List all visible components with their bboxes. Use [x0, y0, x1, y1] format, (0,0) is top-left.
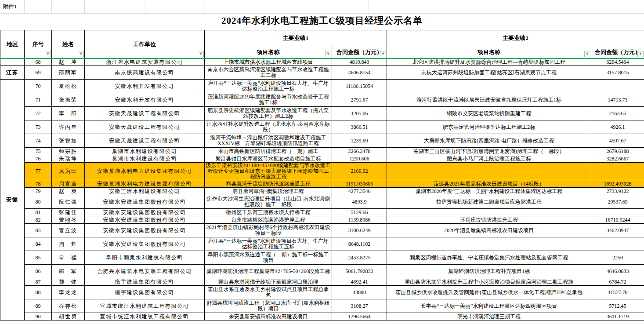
company-cell[interactable]: 南京振高建设有限公司: [85, 66, 205, 80]
project2-cell[interactable]: 明光市涧溪河治理三期工程: [387, 313, 591, 320]
name-cell[interactable]: 晋立波: [52, 224, 85, 237]
project1-cell[interactable]: 肥东县淠史杭灌区续建配套及节水改造工程（撮八泵站技改工程）施工2标: [205, 107, 332, 120]
name-cell[interactable]: 张建佳: [52, 209, 85, 216]
project1-cell[interactable]: 2021年泗县屏山镇彭鲍村等6个行政村高标准农田建设项目三标段: [205, 224, 332, 237]
filter-dropdown-icon[interactable]: ▼: [584, 51, 590, 57]
row-number-cell[interactable]: 78: [25, 180, 52, 188]
amount2-cell[interactable]: 2679.6188: [591, 148, 644, 155]
amount1-cell[interactable]: 1239.69: [332, 134, 387, 148]
amount2-cell[interactable]: [591, 209, 644, 216]
project2-cell[interactable]: 肥东县定光河治理提升达标工程施工2标: [387, 120, 591, 134]
project2-cell[interactable]: [387, 163, 591, 180]
header-no[interactable]: 序号 ▼: [25, 30, 52, 58]
name-cell[interactable]: 邵丽军: [52, 66, 85, 80]
row-number-cell[interactable]: 86: [25, 265, 52, 278]
row-number-cell[interactable]: 82: [25, 216, 52, 224]
amount2-cell[interactable]: [591, 80, 644, 93]
project1-cell[interactable]: 舒城县杭埠河疏浚工程（龙河口水库-七门堰水利枢纽段）项目: [205, 299, 332, 313]
filter-dropdown-icon[interactable]: ▼: [325, 51, 331, 57]
name-cell[interactable]: 周官道: [52, 180, 85, 188]
row-number-cell[interactable]: 71: [25, 93, 52, 107]
project2-cell[interactable]: 巢湖环湖防洪治理工程补充项目1标: [387, 265, 591, 278]
amount2-cell[interactable]: 1692.493028: [591, 180, 644, 188]
name-cell[interactable]: 夏松松: [52, 80, 85, 93]
project2-cell[interactable]: 芜湖市三山区横山河下游段(焦湾闸至龙窝湖)治理工程（一标段）: [387, 148, 591, 155]
amount1-cell[interactable]: 4606.8754: [332, 66, 387, 80]
amount2-cell[interactable]: 3282.6667: [591, 155, 644, 163]
row-number-cell[interactable]: 80: [25, 195, 52, 209]
project1-cell[interactable]: 汲东干渠裕安段30+180~45+000续建配套与节水改造工程设计变更项目和汲东…: [205, 163, 332, 180]
header-amount1[interactable]: 合同金额（万元） ▼: [332, 46, 387, 58]
amount1-cell[interactable]: 1296.5664: [332, 313, 387, 320]
row-number-cell[interactable]: 73: [25, 120, 52, 134]
amount2-cell[interactable]: 5712.45: [591, 299, 644, 313]
company-cell[interactable]: 安徽巢湖水利电力建设集团有限公司: [85, 180, 205, 188]
company-cell[interactable]: 衡宇建设集团有限公司: [85, 278, 205, 286]
name-cell[interactable]: 邵 军: [52, 265, 85, 278]
project2-cell[interactable]: 京杭大运河苏州段堤防加固工程[姑苏区]石湖景观节点工程: [387, 66, 591, 80]
amount1-cell[interactable]: 1139.8986: [332, 216, 387, 224]
filter-dropdown-icon[interactable]: ▼: [198, 51, 204, 57]
row-number-cell[interactable]: 77: [25, 163, 52, 180]
filter-dropdown-icon[interactable]: ▼: [78, 51, 84, 57]
header-amount2[interactable]: 合同金额（万元） ▼: [591, 46, 644, 58]
project1-cell[interactable]: 阜阳市黑茨河水系连通工程（二期）施工标一标施工项目: [205, 251, 332, 265]
amount1-cell[interactable]: 2791.67: [332, 93, 387, 107]
amount2-cell[interactable]: 2733.9122: [591, 188, 644, 195]
company-cell[interactable]: 安徽水安建设集团股份有限公司: [85, 224, 205, 237]
region-cell[interactable]: [0, 58, 25, 66]
row-number-cell[interactable]: 85: [25, 251, 52, 265]
amount1-cell[interactable]: 4692.41: [332, 278, 387, 286]
region-cell[interactable]: 江苏: [0, 66, 25, 80]
amount2-cell[interactable]: 4507.67: [591, 134, 644, 148]
project2-cell[interactable]: [387, 237, 591, 251]
header-company[interactable]: 工作单位 ▼: [85, 30, 205, 58]
company-cell[interactable]: 巢湖市水利建设有限公司: [85, 155, 205, 163]
name-cell[interactable]: 凤为民: [52, 163, 85, 180]
project1-cell[interactable]: 泗县唐河草沟~樊集段治理工程: [205, 188, 332, 195]
amount1-cell[interactable]: 2266.2478: [332, 148, 387, 155]
project2-cell[interactable]: 铜陵市义安区老观泵站拆除重建工程: [387, 107, 591, 120]
project2-cell[interactable]: [387, 80, 591, 93]
company-cell[interactable]: 安徽水利开发有限公司: [85, 80, 205, 93]
name-cell[interactable]: 赵 坤: [52, 58, 85, 66]
amount2-cell[interactable]: 3611.1719: [591, 313, 644, 320]
project1-cell[interactable]: 霍山县水系连通及水美乡村建设试点县项目工程总承包: [205, 286, 332, 299]
project1-cell[interactable]: 茨淮新河灌区2019年度续建配套与节水改造骨干工程施工1标: [205, 93, 332, 107]
project1-cell[interactable]: 和县滁河干流堤防防汛道路连通工程: [205, 180, 332, 188]
project2-cell[interactable]: 环周庄古镇防洪提升工程: [387, 216, 591, 224]
company-cell[interactable]: 合肥兴水建筑水电安装工程有限公司: [85, 265, 205, 278]
company-cell[interactable]: 阜阳市颍泉水利建筑有限公司: [85, 251, 205, 265]
header-project1[interactable]: 项目名称 ▼: [205, 46, 332, 58]
project1-cell[interactable]: 巢湖环湖防洪治理工程巢湖市42+765-50+260段施工标: [205, 265, 332, 278]
name-cell[interactable]: 常 猛: [52, 251, 85, 265]
company-cell[interactable]: 衡宇建设集团有限公司: [85, 286, 205, 299]
amount2-cell[interactable]: 14713.73: [591, 93, 644, 107]
company-cell[interactable]: 安徽水安建设集团股份有限公司: [85, 209, 205, 216]
name-cell[interactable]: 许丙星: [52, 120, 85, 134]
amount1-cell[interactable]: 11186.15054: [332, 80, 387, 93]
row-number-cell[interactable]: 87: [25, 278, 52, 286]
amount1-cell[interactable]: 2453.8275: [332, 251, 387, 265]
amount2-cell[interactable]: [591, 237, 644, 251]
project2-cell[interactable]: 颍泉区周棚街道办事处、宁老庄镇姜堂集污水处理站及配套管网工程: [387, 251, 591, 265]
amount1-cell[interactable]: 3866.51: [332, 120, 387, 134]
row-number-cell[interactable]: 68: [25, 58, 52, 66]
header-project2[interactable]: 项目名称 ▼: [387, 46, 591, 58]
project2-cell[interactable]: 肥东县小马厂河上段治理工程施工标: [387, 155, 591, 163]
row-number-cell[interactable]: 75: [25, 148, 52, 155]
project2-cell[interactable]: 北仑区防洪排涝提升及水资源综合治理工程—青峙塘提标加固工程: [387, 58, 591, 66]
amount2-cell[interactable]: [591, 163, 644, 180]
project1-cell[interactable]: 潜山市高铁新区防洪排涝工程（一期）施工: [205, 148, 332, 155]
project2-cell[interactable]: 霍山县城乡供水改造提升及管网延伸(霍山县城乡供水一体化工程)项目EPC总承包: [387, 286, 591, 299]
amount2-cell[interactable]: 3462.0947: [591, 224, 644, 237]
company-cell[interactable]: 宣城市统江水利建筑工程有限公司: [85, 313, 205, 320]
company-cell[interactable]: 安徽天晟建设工程有限公司: [85, 134, 205, 148]
amount1-cell[interactable]: 4277.3546: [332, 188, 387, 195]
company-cell[interactable]: 安徽水安建设集团股份有限公司: [85, 195, 205, 209]
company-cell[interactable]: 安徽天晟建设工程有限公司: [85, 107, 205, 120]
name-cell[interactable]: 张智如: [52, 134, 85, 148]
amount1-cell[interactable]: 3100.6249: [332, 224, 387, 237]
amount2-cell[interactable]: 6294.5464: [591, 58, 644, 66]
company-cell[interactable]: 安徽水安建设集团股份有限公司: [85, 237, 205, 251]
